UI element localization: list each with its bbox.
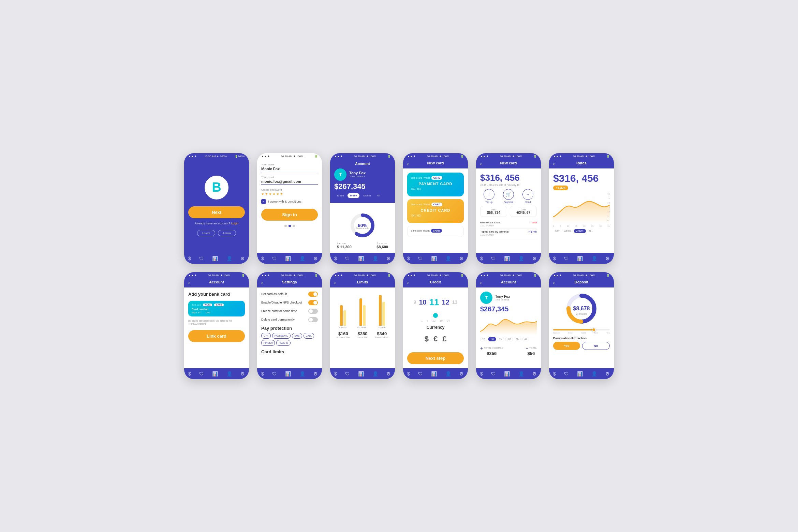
tab-all[interactable]: ALL — [587, 229, 594, 233]
lorem-btn-1[interactable]: Lorem — [197, 230, 215, 236]
payment-card-date: 04 / 03 — [411, 187, 460, 191]
limits-chart: CREDIT INTERNET OTHER — [334, 292, 391, 329]
tab-week[interactable]: WEEK — [562, 229, 573, 233]
card1-tab-card[interactable]: CARD — [431, 176, 442, 180]
other-bar-group: OTHER — [373, 295, 391, 328]
toggle-default[interactable] — [308, 292, 318, 297]
back-arrow-4[interactable]: ‹ — [407, 161, 409, 166]
mini-tab-wallet[interactable]: Wallet — [203, 304, 212, 306]
topup-btn[interactable]: ↑ Top up — [480, 189, 498, 203]
card2-tab-card[interactable]: CARD — [431, 203, 442, 206]
slider-thumb[interactable] — [592, 328, 596, 332]
ptab-1m[interactable]: 1M — [497, 337, 504, 341]
footer-dollar[interactable]: $ — [188, 256, 191, 261]
footer-5: $ 🛡 📊 👤 ⚙ — [476, 253, 541, 264]
back-arrow-5[interactable]: ‹ — [480, 161, 482, 166]
toggle-delete[interactable] — [308, 317, 318, 322]
payment-btn[interactable]: 🛒 Payment — [500, 189, 517, 203]
name-value[interactable]: Monic Fox — [261, 167, 318, 172]
deposit-title: Deposit — [575, 280, 588, 284]
topup-icon: ↑ — [484, 189, 494, 200]
pp-password[interactable]: PASSWORD — [272, 333, 291, 339]
ptab-6m[interactable]: 6M — [514, 337, 521, 341]
currency-label: Currency — [407, 325, 464, 330]
tab-day[interactable]: DAY — [553, 229, 561, 233]
cvv[interactable]: CVV — [206, 311, 210, 314]
card1-tab-bank[interactable]: Bank card — [411, 177, 422, 179]
internet-bars — [359, 295, 366, 326]
footer-user[interactable]: 👤 — [226, 256, 232, 261]
dollar-symbol[interactable]: $ — [425, 335, 429, 343]
tab-month[interactable]: Month — [361, 193, 373, 198]
card3-tab-wallet[interactable]: Wallet — [423, 230, 430, 232]
payment-card[interactable]: Bank card Wallet CARD PAYMENT CARD 04 / … — [407, 173, 464, 196]
ptab-all[interactable]: All — [522, 337, 529, 341]
num-12: 12 — [442, 298, 449, 306]
euro-symbol[interactable]: € — [433, 335, 438, 343]
agree-checkbox[interactable]: ✓ — [261, 199, 266, 204]
back-arrow-12[interactable]: ‹ — [553, 280, 555, 285]
link-card-button[interactable]: Link card — [188, 330, 245, 342]
expense-label: Expense — [376, 242, 388, 245]
pound-symbol[interactable]: £ — [442, 335, 446, 343]
back-arrow-7[interactable]: ‹ — [188, 280, 190, 285]
card3-tab-card[interactable]: CARD — [431, 229, 442, 233]
tab-today[interactable]: Today — [334, 193, 346, 198]
limits-header: ‹ Limits — [330, 278, 395, 287]
card2-tab-bank[interactable]: Bank card — [411, 203, 422, 206]
tab-all[interactable]: All — [374, 193, 382, 198]
pp-finger[interactable]: FINGER — [261, 340, 275, 346]
footer-gear[interactable]: ⚙ — [240, 256, 245, 261]
card1-tab-wallet[interactable]: Wallet — [424, 177, 430, 179]
yes-button[interactable]: Yes — [553, 342, 580, 350]
pp-off[interactable]: OFF — [261, 333, 271, 339]
credit-card[interactable]: Bank card Wallet CARD CREDIT CARD 04 / 0… — [407, 199, 464, 223]
no-button[interactable]: No — [582, 342, 610, 350]
pp-sms[interactable]: SMS — [292, 333, 302, 339]
footer-dollar-2[interactable]: $ — [261, 256, 264, 261]
pp-faceid[interactable]: FACE ID — [276, 340, 290, 346]
deposit-slider[interactable] — [553, 329, 610, 330]
phone-signin: ▲▲ ✦ 10:30 AM ✦ 100% 🔋 Your name Monic F… — [257, 153, 322, 264]
back-arrow-10[interactable]: ‹ — [407, 280, 409, 285]
email-value[interactable]: monic.fox@gmail.com — [261, 179, 318, 185]
back-arrow-9[interactable]: ‹ — [334, 280, 336, 285]
mini-tab-card[interactable]: CARD — [214, 304, 223, 306]
card3-tab-bank[interactable]: Bank card — [411, 230, 422, 232]
pp-call[interactable]: CALL — [304, 333, 314, 339]
card2-tab-wallet[interactable]: Wallet — [424, 203, 430, 206]
ptab-1w[interactable]: 1W — [488, 337, 496, 341]
footer-gear-2[interactable]: ⚙ — [313, 256, 318, 261]
next-step-button[interactable]: Next step — [407, 352, 464, 364]
footer-chart[interactable]: 📊 — [212, 256, 218, 261]
next-button[interactable]: Next — [188, 206, 245, 218]
mm-yy[interactable]: MM / YY — [192, 311, 201, 314]
lorem-btn-2[interactable]: Lorem — [218, 230, 236, 236]
mini-tab-bank[interactable]: Bank card — [192, 304, 201, 306]
phone-credit: ▲▲ ✦ 10:30 AM ✦ 100% 🔋 ‹ Credit 9 10 11 … — [403, 272, 468, 379]
back-arrow-11[interactable]: ‹ — [480, 280, 482, 285]
footer-shield-2[interactable]: 🛡 — [272, 256, 277, 261]
num-13: 13 — [452, 299, 458, 305]
pwd-stars[interactable]: ★★★★★★ — [261, 192, 318, 196]
addcard-section-title: Add your bank card — [188, 292, 245, 297]
settings-gear-icon[interactable]: ⚙ — [532, 160, 537, 167]
send-btn[interactable]: → Send — [519, 189, 537, 203]
action-buttons: ↑ Top up 🛒 Payment → Send — [480, 189, 537, 203]
tab-week[interactable]: Week — [348, 193, 359, 198]
ptab-3m[interactable]: 3M — [505, 337, 513, 341]
toggle-freeze[interactable] — [308, 309, 318, 314]
credit-body: 9 10 11 12 13 1 6 12 18 24 Currency $ € … — [403, 287, 468, 368]
login-link[interactable]: Login — [231, 222, 238, 225]
signin-button[interactable]: Sign in — [261, 209, 318, 221]
back-arrow-8[interactable]: ‹ — [261, 280, 263, 285]
balance-label: Total balance — [349, 175, 366, 178]
toggle-nfs[interactable] — [308, 300, 318, 305]
back-arrow-6[interactable]: ‹ — [553, 161, 555, 166]
ptab-1d[interactable]: 1D — [480, 337, 487, 341]
yes-no-row: Yes No — [553, 342, 610, 350]
footer-chart-2[interactable]: 📊 — [285, 256, 291, 261]
tab-month[interactable]: MONTH — [574, 229, 586, 233]
footer-user-2[interactable]: 👤 — [299, 256, 305, 261]
footer-shield[interactable]: 🛡 — [199, 256, 204, 261]
